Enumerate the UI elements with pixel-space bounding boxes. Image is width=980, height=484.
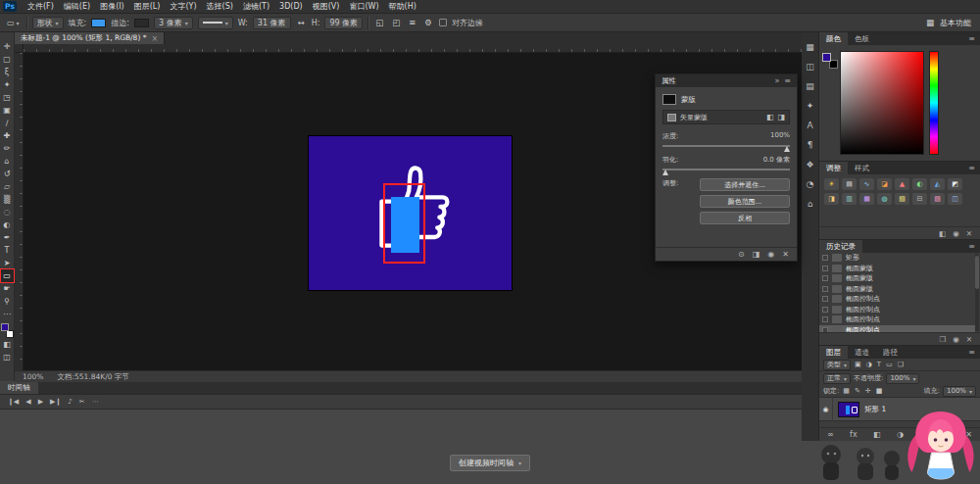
panel-libraries-icon[interactable]: ▤: [806, 81, 814, 92]
feather-value[interactable]: 0.0 像素: [763, 155, 790, 165]
brush-tool[interactable]: ✏: [0, 142, 15, 155]
gear-icon[interactable]: ⚙: [422, 18, 434, 27]
foreground-color-swatch[interactable]: [1, 323, 9, 331]
selective-color-icon[interactable]: ◫: [948, 193, 962, 205]
properties-panel-header[interactable]: 属性 » ≡: [656, 74, 797, 87]
play-icon[interactable]: ▶: [38, 398, 43, 406]
menu-3d[interactable]: 3D(D): [274, 0, 308, 14]
posterize-icon[interactable]: ▧: [895, 193, 909, 205]
vertical-ruler[interactable]: [15, 53, 24, 370]
foreground-background-swatches[interactable]: [822, 53, 838, 69]
tab-paths[interactable]: 路径: [876, 346, 905, 359]
zoom-level[interactable]: 100%: [23, 372, 43, 381]
lock-position-icon[interactable]: ✛: [864, 387, 872, 395]
hand-tool[interactable]: ☛: [0, 282, 15, 295]
opacity-field[interactable]: 100% ▾: [886, 373, 919, 384]
filter-type-icon[interactable]: T: [876, 361, 882, 368]
levels-icon[interactable]: ▤: [842, 178, 857, 190]
tab-history[interactable]: 历史记录: [819, 240, 862, 253]
panel-menu-icon[interactable]: ≡: [963, 240, 980, 253]
panel-info-icon[interactable]: ◫: [806, 62, 814, 73]
height-value-field[interactable]: 99 像素: [324, 17, 363, 29]
eraser-tool[interactable]: ▱: [0, 180, 15, 193]
panel-character-icon[interactable]: A: [807, 121, 812, 131]
history-source-checkbox[interactable]: [822, 316, 828, 322]
feather-slider[interactable]: [662, 169, 790, 170]
clone-stamp-tool[interactable]: ⌂: [0, 155, 15, 168]
screen-mode-icon[interactable]: ◫: [0, 351, 15, 363]
history-state[interactable]: 椭圆控制点: [819, 305, 975, 315]
first-frame-icon[interactable]: ❙◀: [8, 398, 19, 406]
spot-healing-tool[interactable]: ✚: [0, 129, 15, 142]
new-document-from-state-icon[interactable]: ❐: [939, 335, 946, 344]
tab-timeline[interactable]: 时间轴: [0, 382, 38, 394]
tool-mode-select[interactable]: 形状 ▾: [32, 17, 64, 29]
density-slider[interactable]: [662, 145, 790, 147]
zoom-tool[interactable]: ⚲: [0, 295, 15, 308]
edit-toolbar-icon[interactable]: ⋯: [0, 308, 15, 320]
vibrance-icon[interactable]: ▲: [895, 178, 909, 190]
disable-mask-eye-icon[interactable]: ◉: [767, 250, 774, 259]
history-state[interactable]: 椭圆蒙版: [819, 264, 975, 274]
menu-filter[interactable]: 滤镜(T): [238, 0, 274, 14]
layer-thumbnail[interactable]: [838, 402, 859, 417]
add-pixel-mask-icon[interactable]: ◧: [766, 113, 774, 121]
density-value[interactable]: 100%: [770, 131, 790, 141]
scrollbar[interactable]: [975, 254, 979, 331]
panel-paragraph-icon[interactable]: ¶: [808, 140, 813, 151]
panel-clone-source-icon[interactable]: ⌂: [808, 199, 813, 210]
history-state[interactable]: 椭圆控制点: [819, 294, 975, 305]
background-color-swatch[interactable]: [6, 330, 14, 338]
invert-button[interactable]: 反相: [700, 212, 790, 224]
align-edges-checkbox[interactable]: [439, 19, 447, 26]
menu-edit[interactable]: 编辑(E): [59, 0, 95, 14]
panel-menu-icon[interactable]: ≡: [963, 162, 980, 174]
marquee-tool[interactable]: ▢: [0, 53, 15, 66]
black-white-icon[interactable]: ◩: [948, 178, 962, 190]
new-snapshot-icon[interactable]: ◉: [953, 335, 959, 344]
fill-color-swatch[interactable]: [91, 19, 106, 27]
previous-frame-icon[interactable]: ◀: [25, 398, 30, 406]
color-range-button[interactable]: 颜色范围...: [700, 195, 790, 208]
width-value-field[interactable]: 31 像素: [253, 17, 291, 29]
filter-smart-object-icon[interactable]: ❏: [897, 361, 905, 368]
type-tool[interactable]: T: [0, 244, 15, 257]
slider-thumb[interactable]: [784, 146, 790, 152]
scrollbar-thumb[interactable]: [975, 256, 979, 289]
gradient-map-icon[interactable]: ▨: [930, 193, 945, 205]
curves-icon[interactable]: ∿: [859, 178, 874, 190]
menu-select[interactable]: 选择(S): [202, 0, 238, 14]
history-state[interactable]: 椭圆控制点: [819, 315, 975, 325]
path-arrange-icon[interactable]: ≡: [407, 18, 417, 27]
filter-pixel-icon[interactable]: ▣: [854, 361, 862, 368]
history-source-checkbox[interactable]: [822, 286, 828, 292]
color-lookup-icon[interactable]: ▦: [859, 193, 874, 205]
blend-mode-select[interactable]: 正常 ▾: [823, 373, 851, 384]
panel-glyphs-icon[interactable]: ✦: [807, 101, 814, 112]
lasso-tool[interactable]: ξ: [0, 66, 15, 78]
layer-visibility-eye-icon[interactable]: ◉: [819, 398, 833, 421]
panel-menu-icon[interactable]: ≡: [963, 32, 980, 45]
stroke-color-swatch[interactable]: [134, 19, 149, 27]
brightness-contrast-icon[interactable]: ☀: [824, 178, 839, 190]
color-balance-icon[interactable]: ◭: [930, 178, 945, 190]
history-state[interactable]: 矩形: [819, 253, 975, 264]
eyedropper-tool[interactable]: ∕: [0, 117, 15, 129]
close-icon[interactable]: ×: [151, 34, 158, 43]
history-state-selected[interactable]: 椭圆控制点: [819, 325, 975, 333]
panel-menu-icon[interactable]: ≡: [784, 76, 791, 85]
move-tool[interactable]: ✛: [0, 40, 15, 53]
menu-file[interactable]: 文件(F): [23, 0, 59, 14]
apply-mask-icon[interactable]: ◨: [753, 250, 760, 259]
filter-adjustment-icon[interactable]: ◑: [865, 361, 873, 368]
tab-adjustments[interactable]: 调整: [819, 162, 848, 174]
hue-saturation-icon[interactable]: ◐: [912, 178, 927, 190]
next-frame-icon[interactable]: ▶❙: [50, 398, 61, 406]
load-selection-icon[interactable]: ⊙: [738, 250, 745, 259]
history-state[interactable]: 椭圆蒙版: [819, 273, 975, 284]
blur-tool[interactable]: ◌: [0, 206, 15, 218]
dodge-tool[interactable]: ◐: [0, 218, 15, 231]
layer-name[interactable]: 矩形 1: [864, 405, 886, 414]
layer-filter-select[interactable]: 类型 ▾: [823, 360, 851, 370]
mask-icon[interactable]: ◧: [939, 229, 946, 238]
